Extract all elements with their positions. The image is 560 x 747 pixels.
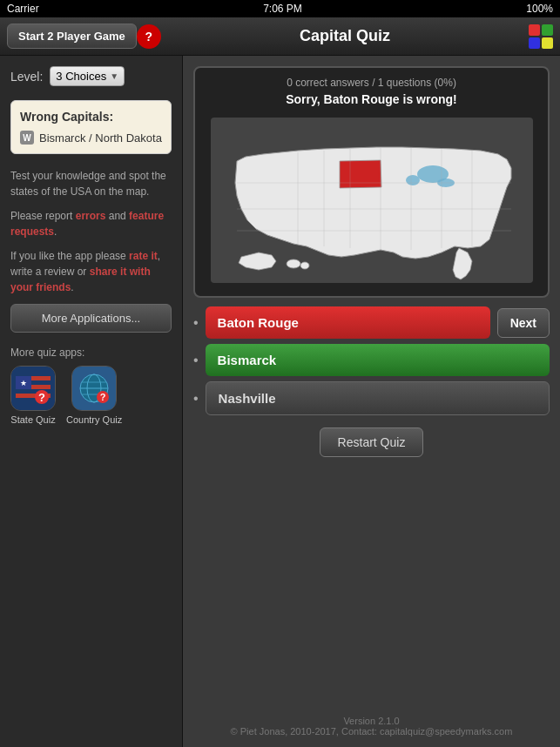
country-quiz-icon: ? (71, 366, 117, 411)
footer-version: Version 2.1.0 (193, 716, 550, 726)
svg-text:?: ? (100, 392, 106, 402)
restart-row: Restart Quiz (193, 427, 550, 457)
quiz-icon: ? (137, 24, 161, 49)
choices-area: • Baton Rouge Next • Bismarck • Nashvill… (193, 306, 550, 415)
content-area: 0 correct answers / 1 questions (0%) Sor… (183, 56, 560, 747)
level-label: Level: (10, 70, 43, 84)
svg-text:?: ? (38, 391, 45, 404)
choice-bismarck-button[interactable]: Bismarck (206, 344, 550, 376)
map-svg-container (204, 113, 539, 287)
wrong-capitals-title: Wrong Capitals: (20, 110, 162, 124)
svg-point-18 (406, 175, 420, 185)
bullet-3: • (193, 391, 199, 407)
carrier-label: Carrier (7, 3, 39, 15)
choice-baton-rouge-button[interactable]: Baton Rouge (206, 306, 490, 339)
more-applications-button[interactable]: More Applications... (10, 304, 172, 333)
battery-label: 100% (526, 3, 553, 15)
wrong-w-icon: W (20, 131, 34, 145)
restart-quiz-button[interactable]: Restart Quiz (320, 427, 424, 457)
level-row: Level: 3 Choices ▼ (10, 66, 172, 86)
time-label: 7:06 PM (263, 3, 302, 15)
start-2player-button[interactable]: Start 2 Player Game (7, 24, 137, 49)
next-button[interactable]: Next (497, 308, 550, 338)
svg-text:★: ★ (20, 379, 27, 387)
wrong-capitals-box: Wrong Capitals: W Bismarck / North Dakot… (10, 100, 172, 154)
state-quiz-app[interactable]: ★ ? State Quiz (10, 366, 56, 425)
wrong-item: W Bismarck / North Dakota (20, 131, 162, 145)
color-cell-blue (529, 37, 540, 49)
map-stats: 0 correct answers / 1 questions (0%) (204, 77, 539, 89)
color-cell-green (542, 24, 553, 36)
bullet-2: • (193, 353, 199, 368)
header: Start 2 Player Game ? Capital Quiz (0, 17, 560, 56)
state-quiz-label: State Quiz (10, 414, 55, 425)
level-select-arrow: ▼ (110, 71, 118, 81)
info-text-3: If you like the app please rate it, writ… (10, 248, 172, 295)
country-quiz-app[interactable]: ? Country Quiz (66, 366, 122, 425)
svg-point-30 (287, 259, 300, 268)
quiz-apps: ★ ? State Quiz (10, 366, 172, 425)
more-quiz-label: More quiz apps: (10, 347, 172, 359)
footer-copyright: © Piet Jonas, 2010-2017, Contact: capita… (193, 726, 550, 737)
main-layout: Level: 3 Choices ▼ Wrong Capitals: W Bis… (0, 56, 560, 747)
sidebar: Level: 3 Choices ▼ Wrong Capitals: W Bis… (0, 56, 183, 747)
country-quiz-label: Country Quiz (66, 414, 122, 425)
bullet-1: • (193, 315, 199, 331)
rate-it-link[interactable]: rate it (129, 250, 158, 262)
level-select[interactable]: 3 Choices ▼ (50, 66, 125, 86)
choice-row-2: • Bismarck (193, 344, 550, 376)
footer: Version 2.1.0 © Piet Jonas, 2010-2017, C… (193, 710, 550, 737)
choice-nashville-button[interactable]: Nashville (206, 381, 550, 415)
choice-row-1: • Baton Rouge Next (193, 306, 550, 339)
choice-row-3: • Nashville (193, 381, 550, 415)
state-quiz-icon: ★ ? (10, 366, 56, 411)
map-container: 0 correct answers / 1 questions (0%) Sor… (193, 66, 550, 298)
svg-point-31 (300, 262, 309, 269)
map-result: Sorry, Baton Rouge is wrong! (204, 92, 539, 106)
header-title: Capital Quiz (161, 27, 529, 45)
color-cell-yellow (542, 37, 553, 49)
wrong-item-label: Bismarck / North Dakota (39, 131, 162, 145)
color-grid-icon (529, 24, 553, 49)
errors-link[interactable]: errors (76, 210, 106, 222)
color-cell-red (529, 24, 540, 36)
info-text-2: Please report errors and feature request… (10, 208, 172, 239)
level-value: 3 Choices (56, 70, 106, 83)
info-text-1: Test your knowledge and spot the states … (10, 168, 172, 199)
status-bar: Carrier 7:06 PM 100% (0, 0, 560, 17)
